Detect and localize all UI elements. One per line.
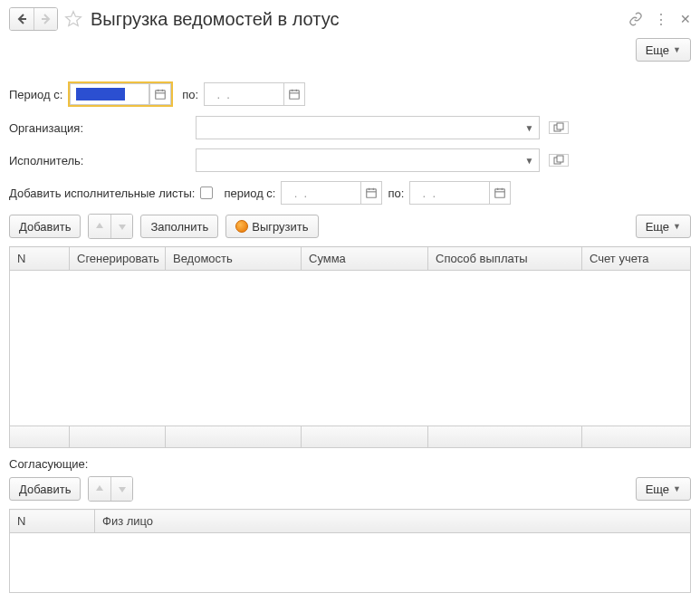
chevron-down-icon: ▼ — [673, 222, 681, 231]
statements-table-body[interactable] — [9, 271, 691, 426]
svg-rect-2 — [156, 91, 166, 99]
approvers-table: N Физ лицо — [9, 509, 691, 533]
add-button-1[interactable]: Добавить — [9, 215, 81, 238]
table1-col-statement[interactable]: Ведомость — [166, 247, 302, 271]
period-from-input[interactable] — [70, 83, 149, 105]
fill-button-label: Заполнить — [150, 220, 208, 234]
statements-table: N Сгенерировать Ведомость Сумма Способ в… — [9, 246, 691, 271]
move-down-button-1[interactable] — [110, 215, 132, 238]
fill-button[interactable]: Заполнить — [140, 215, 218, 238]
add-button-2-label: Добавить — [19, 483, 71, 496]
organization-dropdown-button[interactable]: ▼ — [520, 116, 540, 139]
more-button-1-label: Еще — [646, 220, 669, 234]
svg-rect-11 — [557, 123, 563, 129]
export-icon — [235, 220, 248, 233]
exec-docs-to-input[interactable] — [409, 181, 489, 205]
table1-col-n[interactable]: N — [10, 247, 70, 271]
executor-dropdown-button[interactable]: ▼ — [520, 148, 540, 172]
close-icon[interactable]: ✕ — [680, 12, 691, 26]
exec-docs-to-calendar-button[interactable] — [489, 181, 511, 205]
move-up-button-2[interactable] — [89, 477, 110, 501]
executor-label: Исполнитель: — [9, 154, 190, 167]
period-from-selection — [76, 88, 125, 100]
more-button-2[interactable]: Еще ▼ — [636, 477, 691, 501]
chevron-down-icon: ▼ — [673, 484, 681, 493]
executor-input[interactable] — [196, 148, 520, 172]
add-button-1-label: Добавить — [19, 220, 71, 234]
approvers-label: Согласующие: — [9, 457, 691, 471]
organization-open-button[interactable] — [549, 121, 569, 134]
nav-back-button[interactable] — [10, 8, 34, 30]
nav-forward-button[interactable] — [34, 8, 57, 30]
move-down-button-2[interactable] — [110, 477, 132, 501]
exec-docs-from-label: период с: — [224, 186, 275, 200]
svg-rect-6 — [290, 91, 300, 99]
more-button-top[interactable]: Еще ▼ — [636, 38, 691, 62]
table1-col-generate[interactable]: Сгенерировать — [70, 247, 166, 271]
approvers-table-body[interactable] — [9, 533, 691, 593]
period-to-label: по: — [182, 88, 198, 101]
link-icon[interactable] — [628, 12, 643, 26]
exec-docs-from-calendar-button[interactable] — [360, 181, 382, 205]
more-button-label: Еще — [646, 43, 669, 57]
period-from-group — [68, 81, 173, 107]
svg-rect-13 — [557, 156, 563, 162]
statements-table-footer — [9, 426, 691, 448]
exec-docs-to-label: по: — [388, 186, 404, 200]
executor-open-button[interactable] — [549, 154, 569, 167]
page-title: Выгрузка ведомостей в лотус — [91, 9, 623, 30]
table1-col-account[interactable]: Счет учета — [582, 247, 691, 271]
move-up-button-1[interactable] — [89, 215, 110, 238]
period-to-calendar-button[interactable] — [283, 82, 305, 106]
svg-rect-18 — [495, 189, 505, 197]
table2-col-n[interactable]: N — [10, 510, 95, 533]
favorite-star-icon[interactable] — [63, 9, 83, 29]
organization-input[interactable] — [196, 116, 520, 139]
table1-col-sum[interactable]: Сумма — [302, 247, 428, 271]
organization-label: Организация: — [9, 121, 190, 135]
period-from-label: Период с: — [9, 88, 62, 101]
kebab-menu-icon[interactable]: ⋮ — [654, 11, 669, 28]
add-button-2[interactable]: Добавить — [9, 477, 81, 501]
export-button-label: Выгрузить — [252, 220, 308, 234]
table2-col-person[interactable]: Физ лицо — [95, 510, 691, 533]
svg-rect-14 — [367, 189, 377, 197]
period-to-input[interactable] — [204, 82, 283, 106]
exec-docs-label: Добавить исполнительные листы: — [9, 186, 195, 200]
exec-docs-from-input[interactable] — [281, 181, 360, 205]
period-from-calendar-button[interactable] — [149, 83, 171, 105]
more-button-2-label: Еще — [646, 483, 669, 496]
more-button-1[interactable]: Еще ▼ — [636, 215, 691, 238]
table1-col-payment-method[interactable]: Способ выплаты — [428, 247, 582, 271]
export-button[interactable]: Выгрузить — [225, 215, 318, 238]
chevron-down-icon: ▼ — [673, 45, 681, 54]
exec-docs-checkbox[interactable] — [200, 186, 213, 199]
